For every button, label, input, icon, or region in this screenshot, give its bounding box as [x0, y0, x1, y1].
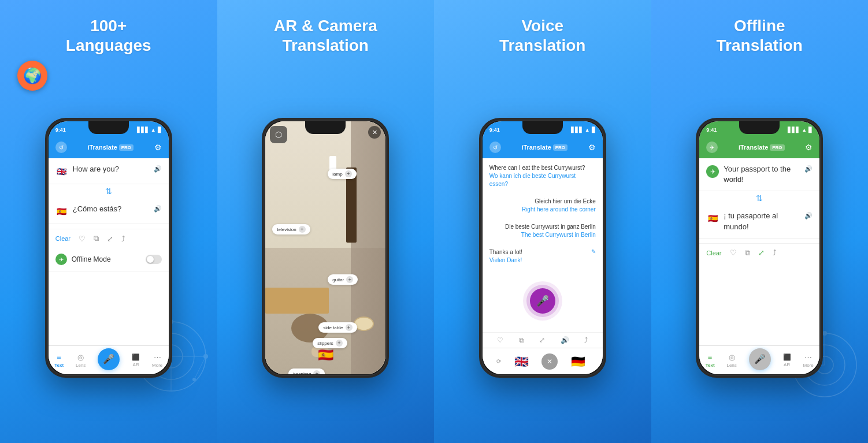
- pro-badge-1: PRO: [119, 144, 133, 151]
- target-text-4: ¡ tu pasaporte al mundo!: [724, 211, 800, 232]
- ar-label-lamp[interactable]: lamp +: [328, 169, 356, 179]
- voice-mic-area: 🎤: [483, 269, 603, 332]
- target-lang-flag-3[interactable]: 🇩🇪: [567, 351, 588, 372]
- favorite-icon-4[interactable]: ♡: [730, 248, 737, 257]
- chat-original-3: Die beste Currywurst in ganz Berlin: [489, 223, 596, 231]
- tab-ar-1[interactable]: ⬛ AR: [132, 353, 140, 367]
- tab-more-4[interactable]: ⋯ More: [803, 353, 814, 368]
- offline-body-spacer: [699, 262, 819, 345]
- ar-label-lamp-plus[interactable]: +: [345, 170, 352, 177]
- target-speaker-4[interactable]: 🔊: [804, 212, 813, 219]
- tab-lens-label-1: Lens: [76, 363, 86, 368]
- source-lang-flag-3[interactable]: 🇬🇧: [511, 351, 532, 372]
- panel-offline: OfflineTranslation 9:41 ▋▋▋ ▲ ▊ ✈: [651, 0, 869, 443]
- swap-icon-4[interactable]: ⇅: [756, 193, 763, 203]
- offline-mode-label: Offline Mode: [72, 255, 141, 263]
- target-speaker-1[interactable]: 🔊: [154, 205, 162, 213]
- voice-share-icon[interactable]: ⤴: [584, 336, 588, 344]
- panel-2-title: AR & CameraTranslation: [274, 16, 377, 55]
- phone-2: lamp + television + guitar + side t: [262, 118, 389, 378]
- ar-3d-icon[interactable]: ⬡: [270, 126, 287, 143]
- tab-lens-label-4: Lens: [726, 363, 736, 368]
- offline-mode-icon: ✈: [55, 254, 67, 265]
- status-time-3: 9:41: [489, 127, 500, 133]
- target-text-1: ¿Cómo estás?: [73, 204, 149, 214]
- action-row-1: Clear ♡ ⧉ ⤢ ⤴: [49, 229, 169, 248]
- status-icons-4: ▋▋▋ ▲ ▊: [788, 127, 813, 133]
- tab-text-4[interactable]: ≡ Text: [706, 353, 715, 368]
- tab-ar-label-4: AR: [784, 362, 790, 367]
- mic-button-1[interactable]: 🎤: [98, 348, 120, 370]
- source-speaker-4[interactable]: 🔊: [804, 165, 813, 173]
- voice-favorite-icon[interactable]: ♡: [497, 336, 503, 344]
- clear-button-1[interactable]: Clear: [55, 235, 71, 242]
- tab-more-1[interactable]: ⋯ More: [152, 353, 162, 368]
- clear-button-4[interactable]: Clear: [706, 250, 721, 256]
- ar-label-slippers-plus[interactable]: +: [336, 340, 343, 347]
- share-icon-1[interactable]: ⤴: [121, 234, 125, 243]
- favorite-icon-1[interactable]: ♡: [79, 234, 86, 243]
- tab-lens-1[interactable]: ◎ Lens: [76, 353, 86, 368]
- source-speaker-1[interactable]: 🔊: [154, 165, 162, 173]
- ar-label-beanbag[interactable]: beanbag +: [288, 368, 325, 374]
- tab-lens-4[interactable]: ◎ Lens: [726, 353, 736, 368]
- target-flag-4: 🇪🇸: [706, 212, 719, 225]
- mic-button-4[interactable]: 🎤: [749, 348, 771, 370]
- tab-lens-icon-4: ◎: [729, 353, 735, 362]
- tab-ar-4[interactable]: ⬛ AR: [783, 353, 791, 367]
- tab-text-1[interactable]: ≡ Text: [54, 353, 64, 368]
- header-icon-left-3[interactable]: ↺: [489, 142, 501, 153]
- ar-label-guitar[interactable]: guitar +: [328, 274, 358, 285]
- target-lang-row-1: 🇪🇸 ¿Cómo estás? 🔊: [49, 198, 169, 224]
- swap-area-1: ⇅: [49, 184, 169, 198]
- bluetooth-icon[interactable]: ⟳: [496, 358, 501, 364]
- header-icon-left-1[interactable]: ↺: [55, 142, 67, 153]
- phone-2-wrapper: lamp + television + guitar + side t: [228, 63, 424, 433]
- phone-3: 9:41 ▋▋▋ ▲ ▊ ↺ iTranslate PRO: [479, 118, 606, 378]
- ar-label-sidetable-plus[interactable]: +: [346, 324, 353, 331]
- settings-icon-1[interactable]: ⚙: [154, 143, 162, 152]
- pro-badge-4: PRO: [770, 144, 784, 151]
- copy-icon-1[interactable]: ⧉: [94, 234, 99, 243]
- settings-icon-3[interactable]: ⚙: [588, 143, 596, 152]
- globe-badge: 🌍: [17, 61, 47, 91]
- ar-label-sidetable[interactable]: side table +: [318, 322, 357, 333]
- voice-chat: Where can I eat the best Currywurst? Wo …: [483, 158, 603, 348]
- share-icon-4[interactable]: ⤴: [773, 248, 777, 257]
- app-logo-1: iTranslate PRO: [87, 144, 133, 151]
- tab-lens-icon-1: ◎: [77, 353, 84, 362]
- status-icons-3: ▋▋▋ ▲ ▊: [571, 127, 596, 133]
- voice-actions-row: ♡ ⧉ ⤢ 🔊 ⤴: [483, 332, 603, 348]
- edit-message-icon[interactable]: ✎: [591, 248, 596, 255]
- voice-speaker-icon[interactable]: 🔊: [561, 336, 569, 344]
- expand-icon-4[interactable]: ⤢: [758, 248, 765, 257]
- ar-screen: lamp + television + guitar + side t: [265, 121, 385, 374]
- ar-label-guitar-text: guitar: [332, 277, 344, 282]
- tab-text-label-1: Text: [54, 363, 64, 368]
- voice-bottom: ⟳ 🇬🇧 ✕ 🇩🇪: [483, 348, 603, 374]
- settings-icon-4[interactable]: ⚙: [805, 143, 813, 152]
- offline-mode-row: ✈ Offline Mode: [49, 248, 169, 271]
- tab-text-icon-1: ≡: [57, 353, 61, 362]
- ar-label-beanbag-plus[interactable]: +: [313, 370, 320, 374]
- close-session-button[interactable]: ✕: [541, 353, 558, 370]
- voice-copy-icon[interactable]: ⧉: [519, 336, 524, 344]
- copy-icon-4[interactable]: ⧉: [745, 248, 750, 258]
- voice-expand-icon[interactable]: ⤢: [539, 336, 545, 344]
- offline-toggle[interactable]: [146, 255, 162, 264]
- panel-3-title: VoiceTranslation: [499, 16, 585, 55]
- ar-label-slippers[interactable]: slippers +: [313, 338, 347, 348]
- expand-icon-1[interactable]: ⤢: [107, 234, 113, 243]
- chat-msg-3: Die beste Currywurst in ganz Berlin The …: [483, 218, 603, 244]
- action-row-4: Clear ♡ ⧉ ⤢ ⤴: [699, 243, 819, 262]
- app-name-4: iTranslate: [739, 144, 768, 151]
- source-lang-row-1: 🇬🇧 How are you? 🔊: [49, 158, 169, 184]
- swap-icon-1[interactable]: ⇅: [105, 187, 112, 196]
- voice-mic-button[interactable]: 🎤: [530, 288, 555, 314]
- phone-3-notch: [522, 121, 563, 134]
- header-icon-left-4[interactable]: ✈: [706, 142, 718, 153]
- ar-label-guitar-plus[interactable]: +: [346, 276, 353, 283]
- ar-label-tv-plus[interactable]: +: [299, 226, 306, 233]
- ar-label-tv[interactable]: television +: [272, 224, 310, 234]
- pro-badge-3: PRO: [553, 144, 567, 151]
